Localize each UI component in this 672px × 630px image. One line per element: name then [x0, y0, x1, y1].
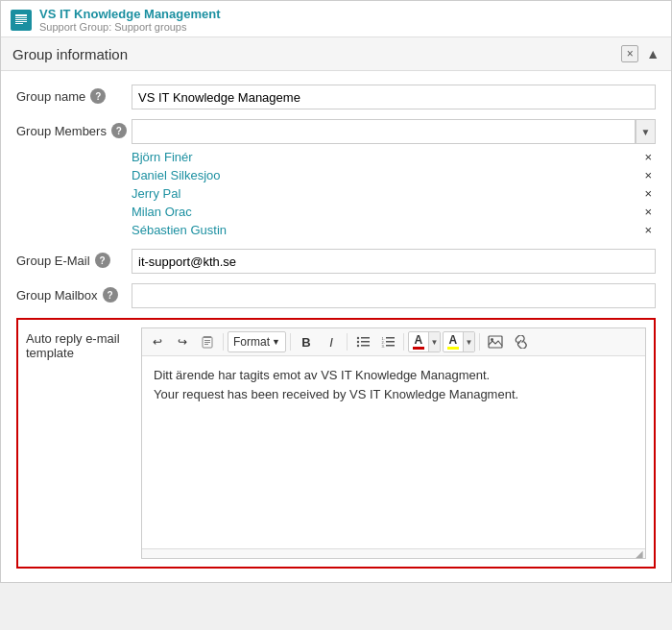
- member-item: Milan Orac ×: [132, 203, 656, 221]
- panel-collapse-button[interactable]: ▲: [646, 46, 660, 61]
- svg-rect-17: [386, 337, 395, 339]
- group-email-field: [132, 249, 656, 274]
- group-mailbox-field: [132, 283, 656, 308]
- group-members-help-icon[interactable]: ?: [111, 123, 127, 138]
- svg-rect-1: [15, 17, 27, 18]
- member-list: Björn Finér × Daniel Silkesjoo × Jerry P…: [132, 148, 656, 239]
- svg-rect-19: [386, 341, 395, 343]
- member-remove-button[interactable]: ×: [640, 150, 656, 164]
- toolbar-separator-2: [290, 333, 291, 351]
- link-button[interactable]: [509, 331, 532, 352]
- member-name[interactable]: Milan Orac: [132, 205, 192, 219]
- svg-rect-4: [15, 23, 23, 24]
- svg-rect-21: [386, 345, 395, 347]
- toolbar-separator-5: [479, 333, 480, 351]
- svg-rect-2: [15, 19, 27, 20]
- member-remove-button[interactable]: ×: [640, 186, 656, 201]
- font-color-button[interactable]: A ▼: [408, 331, 441, 352]
- unordered-list-button[interactable]: [351, 331, 374, 352]
- svg-point-14: [357, 345, 359, 347]
- svg-text:3.: 3.: [381, 344, 384, 349]
- bold-button[interactable]: B: [295, 331, 318, 352]
- ordered-list-button[interactable]: 1. 2. 3.: [376, 331, 399, 352]
- member-name[interactable]: Daniel Silkesjoo: [132, 168, 221, 182]
- image-button[interactable]: [484, 331, 507, 352]
- svg-rect-8: [204, 342, 210, 343]
- italic-button[interactable]: I: [320, 331, 343, 352]
- svg-rect-9: [204, 344, 208, 345]
- highlight-color-button[interactable]: A ▼: [443, 331, 475, 352]
- member-name[interactable]: Jerry Pal: [132, 186, 180, 201]
- undo-button[interactable]: ↩: [146, 331, 169, 352]
- svg-rect-13: [361, 341, 370, 343]
- auto-reply-row: Auto reply e-mail template ↩ ↪: [16, 318, 656, 569]
- svg-point-12: [357, 341, 359, 343]
- svg-point-23: [491, 338, 493, 341]
- group-members-row: Group Members ? ▼ Björn Finér × Daniel S…: [16, 119, 656, 239]
- editor-content[interactable]: Ditt ärende har tagits emot av VS IT Kno…: [142, 356, 645, 548]
- svg-point-10: [357, 337, 359, 339]
- member-item: Björn Finér ×: [132, 148, 656, 166]
- group-email-label: Group E-Mail ?: [16, 249, 132, 268]
- editor-wrapper: ↩ ↪ Format ▼: [141, 327, 646, 559]
- redo-button[interactable]: ↪: [171, 331, 194, 352]
- svg-rect-0: [15, 14, 27, 16]
- title-bar: VS IT Knowledge Management Support Group…: [1, 1, 671, 37]
- member-name[interactable]: Sébastien Gustin: [132, 223, 227, 237]
- svg-rect-3: [15, 21, 27, 22]
- group-name-row: Group name ?: [16, 85, 656, 109]
- group-mailbox-label: Group Mailbox ?: [16, 283, 132, 303]
- group-name-field: [132, 85, 656, 109]
- member-name[interactable]: Björn Finér: [132, 150, 193, 164]
- group-members-control: ▼ Björn Finér × Daniel Silkesjoo × Jerry…: [132, 119, 656, 239]
- paste-button[interactable]: [196, 331, 219, 352]
- auto-reply-label: Auto reply e-mail template: [26, 327, 141, 360]
- group-mailbox-row: Group Mailbox ?: [16, 283, 656, 308]
- svg-rect-15: [361, 345, 370, 347]
- group-mailbox-help-icon[interactable]: ?: [103, 287, 118, 303]
- panel-title: Group information: [12, 46, 128, 62]
- panel-header-right: × ▲: [621, 45, 660, 62]
- group-email-row: Group E-Mail ?: [16, 249, 656, 274]
- panel-close-button[interactable]: ×: [621, 45, 638, 62]
- toolbar-separator-3: [347, 333, 348, 351]
- group-name-label: Group name ?: [16, 85, 132, 104]
- member-remove-button[interactable]: ×: [640, 205, 656, 219]
- group-mailbox-input[interactable]: [132, 283, 656, 308]
- member-remove-button[interactable]: ×: [640, 168, 656, 182]
- panel-header: Group information × ▲: [1, 37, 671, 71]
- form-body: Group name ? Group Members ? ▼ Björn Fin…: [1, 71, 671, 582]
- group-email-help-icon[interactable]: ?: [95, 253, 110, 268]
- member-dropdown-arrow[interactable]: ▼: [636, 119, 656, 144]
- main-window: VS IT Knowledge Management Support Group…: [0, 0, 672, 583]
- title-bar-text: VS IT Knowledge Management Support Group…: [39, 7, 221, 33]
- svg-rect-11: [361, 337, 370, 339]
- member-remove-button[interactable]: ×: [640, 223, 656, 237]
- editor-resize-handle: ◢: [142, 548, 645, 558]
- group-email-input[interactable]: [132, 249, 656, 274]
- toolbar-separator-1: [223, 333, 224, 351]
- app-subtitle: Support Group: Support groups: [39, 21, 221, 33]
- member-item: Jerry Pal ×: [132, 184, 656, 203]
- group-name-input[interactable]: [132, 85, 656, 109]
- member-item: Daniel Silkesjoo ×: [132, 166, 656, 184]
- format-button[interactable]: Format ▼: [228, 331, 286, 352]
- member-item: Sébastien Gustin ×: [132, 221, 656, 239]
- app-title: VS IT Knowledge Management: [39, 7, 221, 21]
- group-members-label: Group Members ?: [16, 119, 132, 138]
- editor-toolbar: ↩ ↪ Format ▼: [142, 328, 645, 356]
- member-search-input[interactable]: [132, 119, 636, 144]
- member-dropdown-wrapper: ▼: [132, 119, 656, 144]
- svg-rect-7: [204, 340, 210, 341]
- group-name-help-icon[interactable]: ?: [90, 88, 106, 104]
- toolbar-separator-4: [403, 333, 404, 351]
- app-icon: [11, 10, 32, 31]
- svg-rect-22: [489, 336, 502, 348]
